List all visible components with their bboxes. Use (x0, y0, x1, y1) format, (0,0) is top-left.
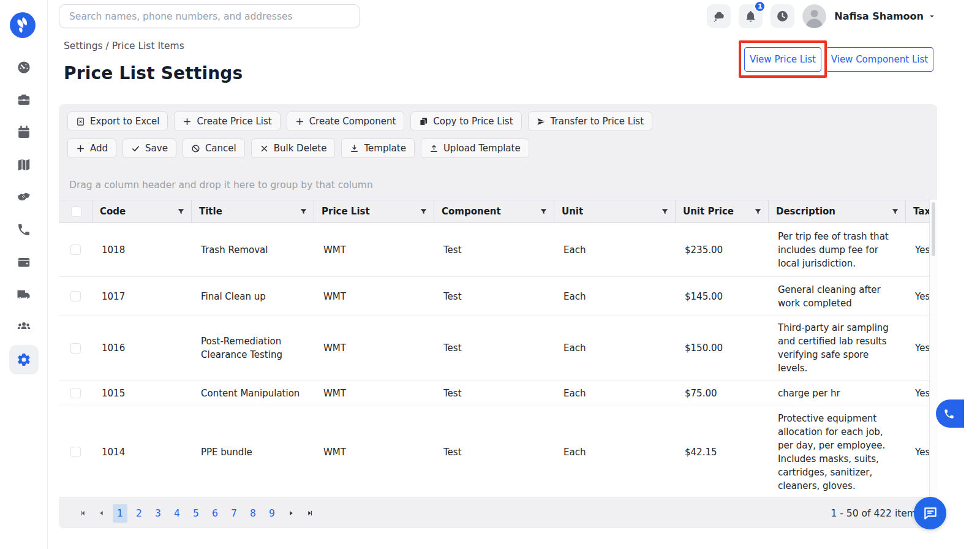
row-checkbox[interactable] (70, 291, 81, 301)
filter-icon[interactable] (177, 208, 185, 216)
table-row[interactable]: 1016Post-Remediation Clearance TestingWM… (59, 316, 937, 381)
cancel-button[interactable]: Cancel (183, 138, 245, 158)
view-component-list-button[interactable]: View Component List (826, 47, 933, 72)
export-to-excel-button[interactable]: Export to Excel (67, 112, 168, 131)
column-header-code[interactable]: Code (92, 200, 191, 222)
caret-down-icon (928, 12, 936, 20)
bulk-delete-button[interactable]: Bulk Delete (251, 138, 336, 158)
row-checkbox[interactable] (70, 343, 81, 354)
call-fab-button[interactable] (936, 399, 964, 428)
column-header-unit[interactable]: Unit (554, 200, 675, 222)
next-page-button[interactable] (284, 504, 298, 523)
page-button-4[interactable]: 4 (170, 504, 184, 523)
column-header-description[interactable]: Description (768, 200, 905, 222)
toolbar-row-2: AddSaveCancelBulk DeleteTemplateUpload T… (67, 138, 929, 158)
handshake-icon (17, 190, 31, 205)
row-select-cell (59, 316, 92, 380)
app-logo-icon[interactable] (9, 12, 36, 39)
cell-description: Protective equipment allocation for each… (768, 406, 905, 498)
select-all-checkbox[interactable] (71, 206, 81, 217)
page-button-5[interactable]: 5 (189, 504, 203, 523)
sidebar-item-payments[interactable] (10, 254, 37, 271)
column-header-unit-price[interactable]: Unit Price (675, 200, 768, 222)
filter-icon[interactable] (661, 208, 669, 216)
copy-to-price-list-button[interactable]: Copy to Price List (410, 112, 521, 131)
gauge-icon (17, 60, 31, 75)
wallet-icon (17, 255, 31, 270)
column-header-title[interactable]: Title (191, 200, 314, 222)
filter-icon[interactable] (420, 208, 428, 216)
template-button[interactable]: Template (341, 138, 414, 158)
transfer-to-price-list-button[interactable]: Transfer to Price List (528, 112, 653, 131)
filter-icon[interactable] (891, 208, 899, 216)
topbar-right: 1 Nafisa Shamoon (707, 4, 936, 28)
filter-icon[interactable] (300, 208, 307, 216)
cell-description: General cleaning after work completed (768, 277, 905, 316)
cell-price-list: WMT (314, 406, 434, 498)
column-header-price-list[interactable]: Price List (314, 200, 434, 222)
notifications-button[interactable]: 1 (739, 4, 763, 28)
filter-icon[interactable] (540, 208, 548, 216)
toolbar-row-1: Export to ExcelCreate Price ListCreate C… (67, 112, 929, 131)
table-row[interactable]: 1015Content ManipulationWMTTestEach$75.0… (59, 381, 937, 406)
cell-component: Test (434, 381, 554, 406)
row-checkbox[interactable] (70, 447, 81, 457)
last-page-button[interactable] (303, 504, 317, 523)
truck-icon (17, 287, 31, 302)
sidebar-item-map[interactable] (10, 156, 37, 173)
avatar[interactable] (802, 4, 826, 28)
first-page-button[interactable] (75, 504, 89, 523)
sidebar-item-sales[interactable] (10, 189, 37, 206)
chat-fab-button[interactable] (914, 497, 946, 529)
cell-unit: Each (554, 381, 675, 406)
user-menu[interactable]: Nafisa Shamoon (834, 10, 936, 22)
phone-icon (943, 408, 955, 420)
previous-page-button[interactable] (94, 504, 108, 523)
sidebar-item-schedule[interactable] (10, 124, 37, 141)
vertical-scrollbar[interactable] (929, 200, 937, 498)
table-row[interactable]: 1018Trash RemovalWMTTestEach$235.00Per t… (59, 223, 937, 277)
grid-header-row: CodeTitlePrice ListComponentUnitUnit Pri… (59, 200, 937, 223)
sidebar-item-settings[interactable] (9, 345, 39, 374)
sidebar-item-calls[interactable] (10, 221, 37, 238)
sidebar-item-team[interactable] (10, 319, 37, 336)
column-header-taxable[interactable]: Taxable (905, 200, 929, 222)
column-header-component[interactable]: Component (434, 200, 554, 222)
page-numbers: 123456789 (113, 504, 279, 523)
page-button-2[interactable]: 2 (132, 504, 146, 523)
cell-code: 1018 (92, 223, 191, 276)
row-checkbox[interactable] (70, 244, 81, 255)
page-button-7[interactable]: 7 (227, 504, 241, 523)
create-price-list-button[interactable]: Create Price List (174, 112, 280, 131)
filter-icon[interactable] (754, 208, 762, 216)
page-button-1[interactable]: 1 (113, 504, 127, 523)
global-search-input[interactable] (59, 4, 360, 28)
sidebar-item-dashboard[interactable] (10, 59, 37, 76)
page-button-8[interactable]: 8 (246, 504, 260, 523)
add-button[interactable]: Add (67, 138, 116, 158)
view-price-list-button[interactable]: View Price List (744, 47, 821, 72)
history-button[interactable] (771, 4, 794, 28)
cell-component: Test (434, 406, 554, 498)
messages-button[interactable] (707, 4, 731, 28)
upload-template-button[interactable]: Upload Template (421, 138, 529, 158)
sidebar-item-jobs[interactable] (10, 91, 37, 108)
save-button[interactable]: Save (123, 138, 176, 158)
cell-price-list: WMT (314, 223, 434, 276)
cell-price-list: WMT (314, 277, 434, 316)
breadcrumb[interactable]: Settings / Price List Items (64, 40, 184, 51)
page-button-6[interactable]: 6 (208, 504, 222, 523)
send-icon (537, 117, 546, 126)
row-checkbox[interactable] (70, 388, 81, 398)
create-component-button[interactable]: Create Component (287, 112, 405, 131)
sidebar-item-dispatch[interactable] (10, 286, 37, 303)
group-by-dropzone[interactable]: Drag a column header and drop it here to… (59, 170, 937, 200)
scrollbar-thumb[interactable] (932, 202, 935, 256)
cell-code: 1016 (92, 316, 191, 380)
page-button-9[interactable]: 9 (265, 504, 279, 523)
plus-icon (183, 117, 192, 126)
row-select-cell (59, 223, 92, 276)
page-button-3[interactable]: 3 (151, 504, 165, 523)
table-row[interactable]: 1014PPE bundleWMTTestEach$42.15Protectiv… (59, 406, 937, 498)
table-row[interactable]: 1017Final Clean upWMTTestEach$145.00Gene… (59, 277, 937, 316)
